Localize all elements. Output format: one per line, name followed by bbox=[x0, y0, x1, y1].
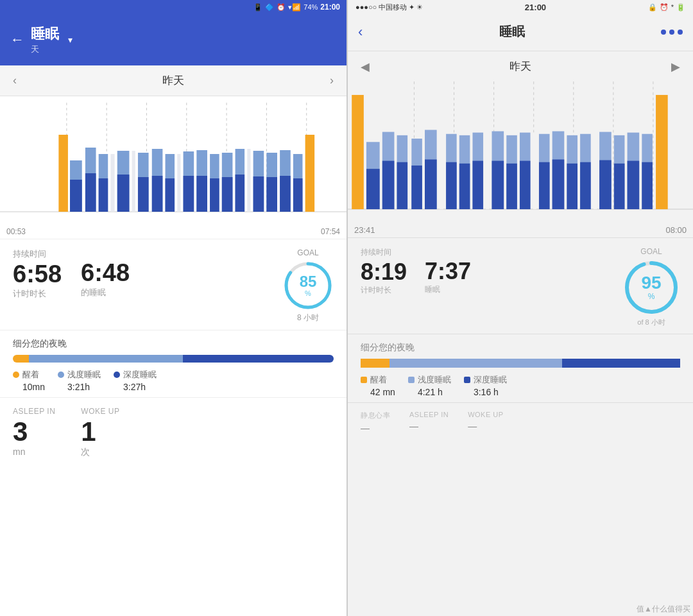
next-day-button[interactable]: › bbox=[330, 74, 334, 87]
right-nav: ◀ 昨天 ▶ bbox=[348, 51, 693, 81]
right-next-button[interactable]: ▶ bbox=[671, 60, 680, 74]
light-value: 3:21h bbox=[67, 382, 90, 392]
signal-dots: ●●●○○ bbox=[355, 3, 377, 11]
duration-label: 持续时间 bbox=[13, 248, 46, 260]
subtitle-left: 天 bbox=[31, 44, 59, 55]
right-prev-button[interactable]: ◀ bbox=[361, 60, 370, 74]
light-dot bbox=[58, 372, 64, 378]
legend-deep: 深度睡眠 3:27h bbox=[114, 369, 157, 392]
right-header: ‹ 睡眠 bbox=[348, 14, 693, 51]
goal-sublabel: 8 小时 bbox=[297, 312, 319, 323]
woke-up-value: 1 bbox=[81, 418, 119, 445]
right-stat-label-1: 计时时长 bbox=[361, 285, 407, 296]
svg-rect-58 bbox=[366, 169, 380, 209]
right-asleep-in-item: ASLEEP IN — bbox=[409, 411, 449, 433]
stat-label-2: 的睡眠 bbox=[81, 287, 106, 298]
bar-awake bbox=[13, 355, 29, 363]
right-legend-deep: 深度睡眠 3:16 h bbox=[464, 374, 507, 397]
svg-rect-81 bbox=[533, 133, 536, 209]
svg-rect-24 bbox=[166, 178, 175, 212]
phone-icon: 📱 bbox=[253, 3, 262, 12]
right-panel: ●●●○○ 中国移动 ✦ ☀ 21:00 🔒 ⏰ * 🔋 ‹ 睡眠 ◀ 昨天 ▶ bbox=[348, 0, 693, 616]
svg-rect-98 bbox=[642, 162, 653, 209]
bluetooth-icon-right: * bbox=[671, 3, 674, 11]
svg-rect-83 bbox=[539, 162, 550, 209]
svg-rect-10 bbox=[70, 180, 82, 212]
more-options[interactable] bbox=[661, 30, 683, 35]
svg-rect-44 bbox=[293, 178, 303, 212]
asleep-in-label: ASLEEP IN bbox=[13, 407, 55, 416]
right-time: 21:00 bbox=[525, 3, 546, 12]
svg-rect-15 bbox=[110, 154, 114, 212]
back-button[interactable]: ← bbox=[10, 31, 24, 48]
woke-up-label: WOKE UP bbox=[81, 407, 119, 416]
right-awake-dot bbox=[361, 377, 367, 383]
left-nav: ‹ 昨天 › bbox=[0, 65, 346, 96]
battery-icon-right: 🔋 bbox=[676, 3, 685, 12]
svg-rect-40 bbox=[266, 177, 277, 212]
stat-label-1: 计时时长 bbox=[13, 288, 46, 300]
svg-rect-89 bbox=[580, 162, 591, 209]
svg-rect-31 bbox=[210, 178, 219, 212]
deep-dot bbox=[114, 372, 120, 378]
stat-value-1: 6:58 bbox=[13, 261, 62, 288]
deep-label: 深度睡眠 bbox=[123, 369, 157, 381]
right-light-dot bbox=[408, 377, 415, 383]
svg-rect-14 bbox=[99, 178, 108, 212]
right-chart-times: 23:41 08:00 bbox=[348, 223, 693, 237]
svg-rect-92 bbox=[599, 160, 612, 209]
awake-dot bbox=[13, 372, 19, 378]
svg-rect-73 bbox=[473, 161, 484, 209]
svg-rect-33 bbox=[222, 177, 233, 212]
svg-rect-27 bbox=[184, 176, 194, 212]
svg-rect-12 bbox=[85, 173, 96, 212]
right-awake-value: 42 mn bbox=[370, 387, 395, 397]
svg-rect-76 bbox=[492, 161, 504, 209]
right-goal-sublabel: of 8 小时 bbox=[637, 318, 665, 327]
watermark: 值▲什么值得买 bbox=[634, 603, 693, 616]
prev-day-button[interactable]: ‹ bbox=[13, 74, 17, 87]
svg-rect-67 bbox=[440, 130, 443, 209]
alarm-icon-right: ⏰ bbox=[660, 3, 669, 12]
right-percent-sign: % bbox=[641, 292, 661, 301]
right-goal-circle: 95 % bbox=[622, 259, 680, 316]
svg-rect-66 bbox=[425, 160, 437, 210]
svg-rect-22 bbox=[152, 176, 163, 212]
svg-rect-45 bbox=[305, 135, 315, 212]
svg-rect-99 bbox=[656, 95, 668, 209]
bluetooth-icon: 🔷 bbox=[265, 3, 274, 12]
right-back-button[interactable]: ‹ bbox=[358, 24, 363, 40]
left-stats-section: 持续时间 6:58 计时时长 6:48 的睡眠 GOAL 85 bbox=[0, 239, 346, 330]
left-asleep-section: ASLEEP IN 3 mn WOKE UP 1 次 bbox=[0, 397, 346, 465]
time-left: 21:00 bbox=[320, 3, 340, 12]
right-sleep-chart bbox=[348, 81, 693, 223]
deep-value: 3:27h bbox=[123, 382, 146, 392]
breakdown-title: 细分您的夜晚 bbox=[13, 338, 334, 350]
asleep-in-value: 3 bbox=[13, 418, 55, 445]
svg-rect-20 bbox=[138, 177, 149, 212]
right-page-title: 睡眠 bbox=[499, 23, 525, 40]
dot-2 bbox=[669, 30, 674, 35]
lock-icon: 🔒 bbox=[648, 3, 657, 12]
svg-rect-17 bbox=[117, 175, 130, 212]
right-status-bar: ●●●○○ 中国移动 ✦ ☀ 21:00 🔒 ⏰ * 🔋 bbox=[348, 0, 693, 14]
svg-rect-29 bbox=[196, 176, 207, 212]
goal-label: GOAL bbox=[297, 248, 318, 257]
svg-rect-85 bbox=[552, 160, 565, 210]
wifi-icon: ✦ bbox=[409, 3, 415, 12]
right-light-value: 4:21 h bbox=[418, 387, 443, 397]
dropdown-icon[interactable]: ▾ bbox=[68, 35, 73, 45]
svg-rect-71 bbox=[459, 164, 470, 209]
right-bottom-section: 静息心率 — ASLEEP IN — WOKE UP — bbox=[348, 402, 693, 438]
right-bar-awake bbox=[361, 359, 389, 368]
brightness-icon: ☀ bbox=[416, 3, 423, 12]
right-light-label: 浅度睡眠 bbox=[418, 374, 451, 386]
awake-value: 10mn bbox=[22, 382, 45, 392]
time-end-label: 07:54 bbox=[321, 227, 340, 236]
goal-percent: 85 bbox=[300, 274, 317, 289]
right-woke-up-item: WOKE UP — bbox=[468, 411, 503, 433]
left-chart-times: 00:53 07:54 bbox=[0, 225, 346, 239]
awake-label: 醒着 bbox=[22, 369, 39, 381]
page-title-left: 睡眠 bbox=[31, 24, 59, 44]
right-deep-label: 深度睡眠 bbox=[474, 374, 507, 386]
